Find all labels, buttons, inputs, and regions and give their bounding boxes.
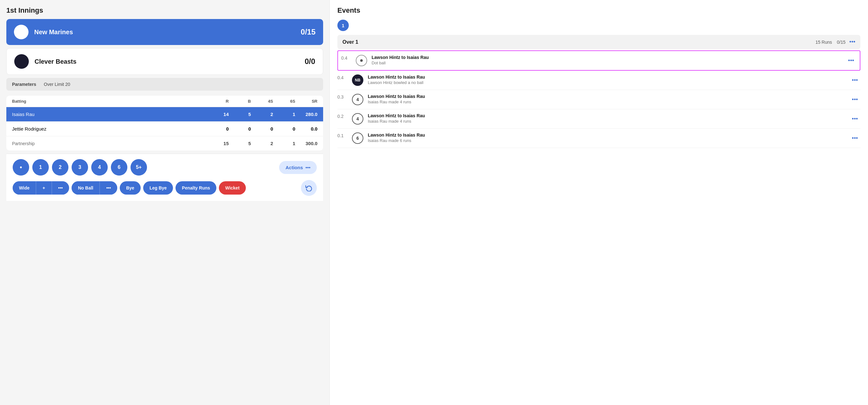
actions-button[interactable]: Actions ••• xyxy=(279,161,317,174)
wide-group: Wide + ••• xyxy=(13,181,69,194)
fielding-team-card: Clever Beasts 0/0 xyxy=(6,48,323,75)
active-player-4s: 2 xyxy=(251,112,273,117)
active-player-sr: 280.0 xyxy=(295,112,317,117)
event-more-4[interactable]: ••• xyxy=(849,134,860,143)
over-badge: 1 xyxy=(337,20,349,31)
batting-team-name: New Marines xyxy=(34,29,301,36)
event-row-0: 0.4 Lawson Hintz to Isaias Rau Dot ball … xyxy=(337,51,860,71)
run-5plus-button[interactable]: 5+ xyxy=(130,159,147,176)
wide-plus-button[interactable]: + xyxy=(36,181,52,194)
run-6-button[interactable]: 6 xyxy=(111,159,127,176)
partnership-sr: 300.0 xyxy=(295,141,317,146)
partnership-label: Partnership xyxy=(12,141,207,146)
active-player-b: 5 xyxy=(229,112,251,117)
event-title-3: Lawson Hintz to Isaias Rau xyxy=(368,113,849,118)
over-more-icon[interactable]: ••• xyxy=(849,39,855,45)
bottom-controls: • 1 2 3 4 6 5+ Actions ••• Wide + ••• No… xyxy=(6,154,323,201)
event-info-3: Lawson Hintz to Isaias Rau Isaias Rau ma… xyxy=(368,113,849,124)
event-row-3: 0.2 4 Lawson Hintz to Isaias Rau Isaias … xyxy=(337,109,860,129)
event-title-0: Lawson Hintz to Isaias Rau xyxy=(372,55,845,60)
event-badge-1: NB xyxy=(352,74,363,86)
fielding-team-score: 0/0 xyxy=(305,57,315,66)
event-title-4: Lawson Hintz to Isaias Rau xyxy=(368,132,849,137)
partnership-row: Partnership 15 5 2 1 300.0 xyxy=(6,136,323,151)
run-4-button[interactable]: 4 xyxy=(91,159,108,176)
event-row-4: 0.1 6 Lawson Hintz to Isaias Rau Isaias … xyxy=(337,129,860,148)
active-player-name: Isaias Rau xyxy=(12,112,207,117)
partnership-r: 15 xyxy=(207,141,229,146)
player2-r: 0 xyxy=(207,126,229,131)
event-row-1: 0.4 NB Lawson Hintz to Isaias Rau Lawson… xyxy=(337,71,860,90)
parameters-label: Parameters xyxy=(12,82,36,87)
run-buttons-row: • 1 2 3 4 6 5+ Actions ••• xyxy=(13,159,317,176)
event-more-2[interactable]: ••• xyxy=(849,95,860,104)
col-4s: 4S xyxy=(251,99,273,104)
event-badge-2: 4 xyxy=(352,94,363,105)
col-6s: 6S xyxy=(273,99,295,104)
batting-row-active: Isaias Rau 14 5 2 1 280.0 xyxy=(6,107,323,121)
wicket-button[interactable]: Wicket xyxy=(219,181,246,194)
event-title-2: Lawson Hintz to Isaias Rau xyxy=(368,94,849,99)
extras-row: Wide + ••• No Ball ••• Bye Leg Bye Penal… xyxy=(13,180,317,196)
no-ball-button[interactable]: No Ball xyxy=(71,181,100,194)
batting-section: Batting R B 4S 6S SR Isaias Rau 14 5 2 1… xyxy=(6,96,323,151)
player2-name: Jettie Rodriguez xyxy=(12,126,207,131)
event-over-0: 0.4 xyxy=(341,55,352,61)
run-3-button[interactable]: 3 xyxy=(71,159,88,176)
undo-button[interactable] xyxy=(301,180,317,196)
leg-bye-button[interactable]: Leg Bye xyxy=(143,181,173,194)
event-more-1[interactable]: ••• xyxy=(849,76,860,85)
bye-button[interactable]: Bye xyxy=(120,181,141,194)
run-1-button[interactable]: 1 xyxy=(32,159,49,176)
event-more-3[interactable]: ••• xyxy=(849,115,860,124)
batting-section-title: Batting xyxy=(12,99,207,104)
batting-team-card: New Marines 0/15 xyxy=(6,19,323,45)
parameters-value: Over Limit 20 xyxy=(44,82,70,87)
events-title: Events xyxy=(337,6,860,14)
partnership-4s: 2 xyxy=(251,141,273,146)
player2-sr: 0.0 xyxy=(295,126,317,131)
right-panel: Events 1 Over 1 15 Runs 0/15 ••• 0.4 Law… xyxy=(330,0,868,405)
actions-label: Actions xyxy=(285,165,303,170)
over-stats: 15 Runs 0/15 xyxy=(815,40,845,45)
event-over-2: 0.3 xyxy=(337,94,349,99)
no-ball-more-button[interactable]: ••• xyxy=(100,181,117,194)
event-info-0: Lawson Hintz to Isaias Rau Dot ball xyxy=(372,55,845,65)
event-over-4: 0.1 xyxy=(337,132,349,138)
player2-6s: 0 xyxy=(273,126,295,131)
partnership-b: 5 xyxy=(229,141,251,146)
event-badge-3: 4 xyxy=(352,113,363,125)
col-sr: SR xyxy=(295,99,317,104)
batting-row-2: Jettie Rodriguez 0 0 0 0 0.0 xyxy=(6,121,323,136)
batting-team-score: 0/15 xyxy=(301,28,315,36)
event-desc-3: Isaias Rau made 4 runs xyxy=(368,119,849,124)
left-panel: 1st Innings New Marines 0/15 Clever Beas… xyxy=(0,0,330,405)
event-over-1: 0.4 xyxy=(337,74,349,80)
batting-header: Batting R B 4S 6S SR xyxy=(6,96,323,107)
penalty-runs-button[interactable]: Penalty Runs xyxy=(176,181,216,194)
innings-title: 1st Innings xyxy=(6,6,323,14)
wide-more-button[interactable]: ••• xyxy=(52,181,69,194)
run-dot-button[interactable]: • xyxy=(13,159,29,176)
batting-team-logo xyxy=(14,25,29,39)
run-2-button[interactable]: 2 xyxy=(52,159,68,176)
actions-dots: ••• xyxy=(305,165,310,170)
fielding-team-logo xyxy=(14,54,29,69)
player2-4s: 0 xyxy=(251,126,273,131)
player2-b: 0 xyxy=(229,126,251,131)
event-info-1: Lawson Hintz to Isaias Rau Lawson Hintz … xyxy=(368,74,849,85)
partnership-6s: 1 xyxy=(273,141,295,146)
over-score: 0/15 xyxy=(837,40,845,45)
event-row-2: 0.3 4 Lawson Hintz to Isaias Rau Isaias … xyxy=(337,90,860,109)
over-runs: 15 Runs xyxy=(815,40,832,45)
event-desc-2: Isaias Rau made 4 runs xyxy=(368,99,849,104)
event-over-3: 0.2 xyxy=(337,113,349,119)
event-list: 0.4 Lawson Hintz to Isaias Rau Dot ball … xyxy=(337,51,860,399)
event-more-0[interactable]: ••• xyxy=(845,56,857,65)
wide-button[interactable]: Wide xyxy=(13,181,36,194)
over-header: Over 1 15 Runs 0/15 ••• xyxy=(337,35,860,49)
event-desc-0: Dot ball xyxy=(372,61,845,65)
dot-icon xyxy=(360,59,363,62)
over-label: Over 1 xyxy=(342,39,815,45)
event-title-1: Lawson Hintz to Isaias Rau xyxy=(368,74,849,80)
